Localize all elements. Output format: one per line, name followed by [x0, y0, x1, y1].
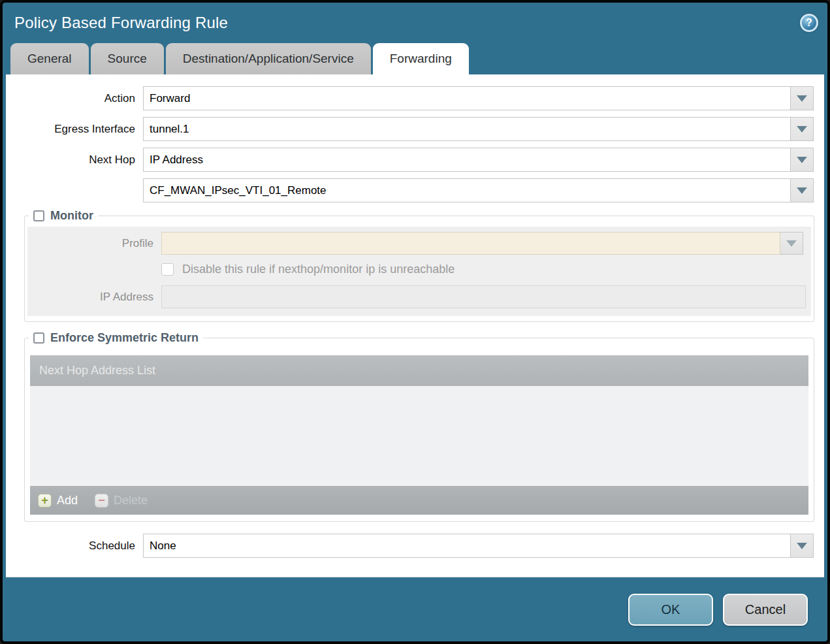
- delete-button: − Delete: [95, 494, 148, 507]
- title-bar: Policy Based Forwarding Rule ?: [3, 3, 827, 43]
- tab-forwarding[interactable]: Forwarding: [373, 43, 469, 74]
- minus-icon: −: [95, 494, 108, 507]
- next-hop-type-select[interactable]: IP Address: [143, 148, 791, 172]
- chevron-down-icon: [797, 126, 807, 133]
- dialog-title: Policy Based Forwarding Rule: [14, 14, 228, 32]
- monitor-panel: Profile Disable this rule if nexthop/mon…: [27, 227, 811, 316]
- disable-rule-label: Disable this rule if nexthop/monitor ip …: [182, 263, 455, 276]
- next-hop-address-list-body[interactable]: [30, 386, 808, 486]
- tab-source[interactable]: Source: [91, 43, 164, 74]
- profile-label: Profile: [27, 237, 161, 250]
- action-select[interactable]: Forward: [143, 86, 791, 110]
- chevron-down-icon: [797, 543, 807, 549]
- policy-based-forwarding-dialog: Policy Based Forwarding Rule ? General S…: [0, 0, 830, 644]
- action-row: Action Forward: [6, 86, 824, 110]
- next-hop-address-row: CF_MWAN_IPsec_VTI_01_Remote: [6, 178, 824, 202]
- symmetric-return-legend: Enforce Symmetric Return: [29, 331, 203, 345]
- next-hop-field-group: IP Address: [143, 148, 814, 172]
- schedule-label: Schedule: [6, 539, 143, 553]
- egress-interface-field-group: tunnel.1: [143, 117, 814, 141]
- egress-interface-dropdown-button[interactable]: [791, 117, 814, 141]
- schedule-row: Schedule None: [6, 534, 824, 558]
- chevron-down-icon: [786, 240, 797, 247]
- action-dropdown-button[interactable]: [791, 86, 814, 110]
- next-hop-address-list-header: Next Hop Address List: [30, 355, 808, 386]
- ok-button[interactable]: OK: [628, 594, 713, 626]
- monitor-legend: Monitor: [29, 209, 98, 223]
- table-toolbar: + Add − Delete: [30, 486, 808, 515]
- action-field-group: Forward: [143, 86, 814, 110]
- symmetric-return-legend-label: Enforce Symmetric Return: [50, 331, 199, 345]
- next-hop-dropdown-button[interactable]: [791, 148, 814, 172]
- monitor-ip-input: [161, 285, 806, 308]
- next-hop-address-dropdown-button[interactable]: [791, 178, 814, 202]
- profile-select: [161, 232, 780, 255]
- egress-interface-select[interactable]: tunnel.1: [143, 117, 791, 141]
- next-hop-address-select[interactable]: CF_MWAN_IPsec_VTI_01_Remote: [143, 178, 791, 202]
- disable-rule-row: Disable this rule if nexthop/monitor ip …: [161, 263, 811, 276]
- monitor-ip-label: IP Address: [27, 291, 161, 304]
- monitor-ip-row: IP Address: [27, 285, 811, 308]
- monitor-ip-field-group: [161, 285, 806, 308]
- chevron-down-icon: [797, 187, 807, 194]
- add-button[interactable]: + Add: [38, 494, 78, 507]
- plus-icon: +: [38, 494, 52, 507]
- monitor-fieldset: Monitor Profile Disable this rule if nex…: [24, 209, 814, 322]
- enforce-symmetric-return-checkbox[interactable]: [33, 332, 44, 344]
- forwarding-tab-panel: Action Forward Egress Interface tunnel.1…: [6, 74, 824, 577]
- delete-button-label: Delete: [114, 494, 148, 507]
- cancel-button[interactable]: Cancel: [723, 594, 808, 626]
- egress-interface-label: Egress Interface: [6, 123, 143, 136]
- next-hop-address-field-group: CF_MWAN_IPsec_VTI_01_Remote: [143, 178, 814, 202]
- next-hop-row: Next Hop IP Address: [6, 148, 824, 172]
- next-hop-address-table: Next Hop Address List + Add − Delete: [30, 355, 808, 515]
- dialog-footer: OK Cancel: [3, 577, 827, 641]
- action-label: Action: [6, 92, 143, 105]
- monitor-legend-label: Monitor: [50, 209, 93, 223]
- tab-general[interactable]: General: [10, 43, 89, 74]
- chevron-down-icon: [797, 157, 807, 163]
- schedule-dropdown-button[interactable]: [791, 534, 814, 558]
- disable-rule-checkbox: [161, 263, 174, 276]
- profile-field-group: [161, 232, 803, 255]
- egress-interface-row: Egress Interface tunnel.1: [6, 117, 824, 141]
- profile-row: Profile: [27, 232, 811, 255]
- schedule-field-group: None: [143, 534, 814, 558]
- chevron-down-icon: [797, 95, 807, 102]
- monitor-checkbox[interactable]: [33, 210, 44, 221]
- help-icon[interactable]: ?: [800, 14, 818, 32]
- add-button-label: Add: [57, 494, 78, 507]
- tab-destination-application-service[interactable]: Destination/Application/Service: [166, 43, 371, 74]
- schedule-select[interactable]: None: [143, 534, 791, 558]
- profile-dropdown-button: [780, 232, 803, 255]
- symmetric-return-fieldset: Enforce Symmetric Return Next Hop Addres…: [24, 331, 814, 522]
- tab-bar: General Source Destination/Application/S…: [3, 43, 827, 74]
- next-hop-label: Next Hop: [6, 153, 143, 167]
